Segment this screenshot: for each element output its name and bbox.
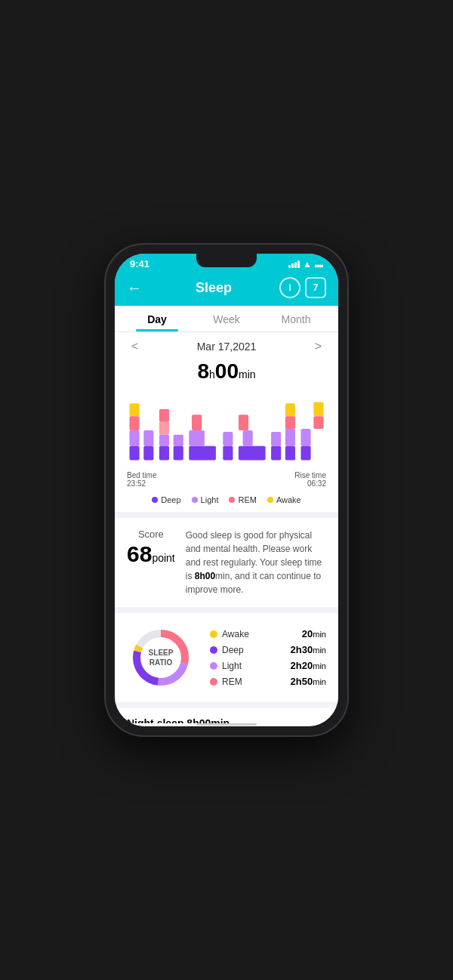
score-unit: point [152,552,174,564]
svg-rect-16 [223,432,233,446]
rem-dot [229,497,235,503]
bed-time-label: Bed time [127,471,156,479]
svg-rect-19 [239,414,248,430]
svg-rect-11 [174,446,183,461]
svg-rect-20 [271,446,281,461]
signal-bars-icon [288,260,300,268]
date-nav: < Mar 17,2021 > [115,332,338,358]
deep-dot [152,497,158,503]
ratio-rem: REM 2h50min [210,676,326,687]
rem-ratio-dot [210,678,217,686]
svg-rect-6 [159,409,169,422]
notch [196,254,257,267]
tab-day[interactable]: Day [122,306,192,331]
svg-rect-3 [130,446,140,461]
scroll-content: Day Week Month < Mar 17,2021 > 8h00min [115,306,338,723]
info-button[interactable]: i [279,277,300,298]
page-title: Sleep [196,280,232,296]
status-time: 9:41 [130,258,149,270]
svg-rect-8 [159,435,169,446]
next-date-button[interactable]: > [310,338,326,355]
svg-rect-25 [285,446,295,461]
awake-ratio-time: 20min [302,628,326,639]
awake-ratio-dot [210,630,217,638]
min-unit: min [239,368,256,381]
legend-rem: REM [229,495,256,504]
night-sleep-title: Night sleep 8h00min [127,717,230,723]
svg-rect-13 [189,430,205,446]
phone-inner: 9:41 ▲ ▬ ← Sleep i 7 [115,254,338,726]
stats-section: Night sleep 8h00min References: 6-10 hou… [115,708,338,723]
awake-ratio-name: Awake [222,629,249,639]
svg-rect-2 [130,430,140,446]
rem-ratio-time: 2h50min [291,676,326,687]
svg-rect-14 [192,414,202,430]
deep-ratio-dot [210,646,217,654]
awake-dot [267,497,273,503]
sleep-mins: 00 [215,359,239,383]
current-date: Mar 17,2021 [197,341,257,353]
awake-label: Awake [276,495,301,504]
svg-rect-24 [285,429,295,446]
svg-rect-17 [239,446,266,461]
svg-rect-29 [313,416,323,429]
score-label: Score [127,529,175,540]
svg-rect-12 [189,446,216,461]
svg-rect-22 [285,403,295,416]
sleep-time-display: 8h00min [115,358,338,387]
rem-ratio-name: REM [222,676,242,687]
svg-rect-4 [143,430,153,446]
svg-rect-21 [271,432,281,446]
svg-rect-28 [313,402,323,416]
svg-rect-26 [300,429,310,446]
header-icons: i 7 [279,277,326,298]
svg-rect-18 [243,430,253,446]
svg-rect-23 [285,416,295,429]
rise-time-label: Rise time [294,471,326,479]
ratio-awake: Awake 20min [210,628,326,639]
ratio-deep: Deep 2h30min [210,644,326,655]
score-description: Good sleep is good for physical and ment… [186,529,326,596]
svg-rect-7 [159,422,169,435]
ratio-legend: Awake 20min Deep 2h30min [210,628,326,687]
tabs-container: Day Week Month [115,306,338,332]
svg-rect-1 [130,416,140,430]
score-value: 68point [127,541,175,567]
chart-area: Bed time 23:52 Rise time 06:32 [115,387,338,491]
sleep-chart [124,393,329,468]
light-ratio-name: Light [222,661,242,671]
legend-light: Light [192,495,219,504]
prev-date-button[interactable]: < [127,338,143,355]
deep-ratio-name: Deep [222,645,244,655]
deep-ratio-time: 2h30min [291,644,326,655]
wifi-icon: ▲ [303,259,312,270]
app-header: ← Sleep i 7 [115,273,338,306]
rem-label: REM [238,495,256,504]
donut-label: SLEEPRATIO [149,648,174,667]
home-indicator [196,723,257,726]
legend: Deep Light REM Awake [115,491,338,512]
svg-rect-27 [300,446,310,461]
light-label: Light [201,495,219,504]
chart-labels: Bed time 23:52 Rise time 06:32 [124,468,329,488]
phone-shell: 9:41 ▲ ▬ ← Sleep i 7 [106,245,347,735]
rise-time-value: 06:32 [294,479,326,488]
sleep-hours: 8 [197,359,209,383]
status-icons: ▲ ▬ [288,259,323,270]
ratio-light: Light 2h20min [210,660,326,671]
svg-rect-10 [174,435,183,446]
svg-rect-0 [130,403,140,416]
h-unit: h [209,368,215,381]
back-button[interactable]: ← [127,279,148,297]
legend-deep: Deep [152,495,180,504]
legend-awake: Awake [267,495,301,504]
light-dot [192,497,198,503]
score-section: Score 68point Good sleep is good for phy… [115,518,338,607]
tab-month[interactable]: Month [261,306,331,331]
battery-icon: ▬ [315,260,323,269]
tab-week[interactable]: Week [192,306,261,331]
donut-chart: SLEEPRATIO [127,624,195,692]
light-ratio-dot [210,662,217,670]
bed-time-value: 23:52 [127,479,156,488]
calendar-button[interactable]: 7 [305,277,326,298]
